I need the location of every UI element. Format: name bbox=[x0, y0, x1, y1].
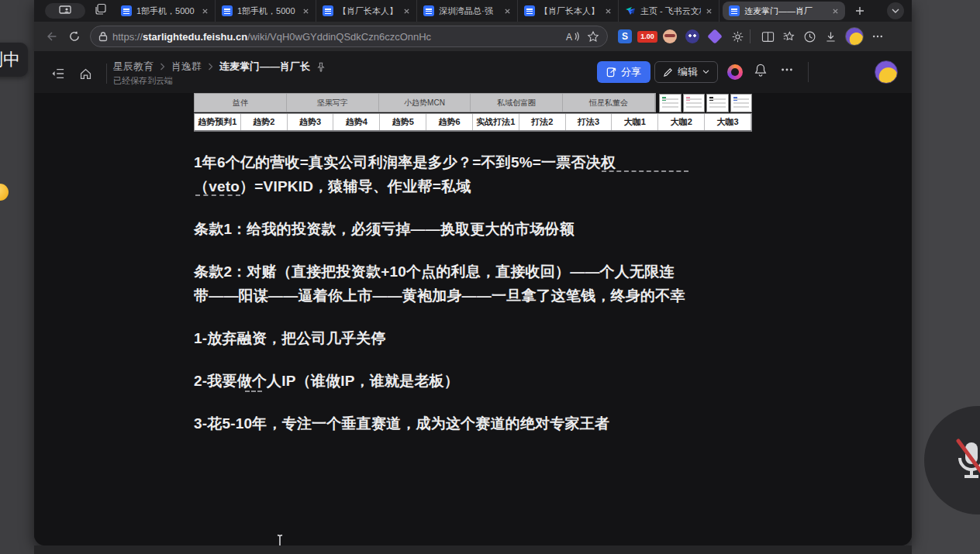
embed-tab-cell: 大咖2 bbox=[658, 114, 705, 130]
extensions-menu-button[interactable] bbox=[730, 29, 745, 44]
tab-title: 【肖厂长本人】 bbox=[540, 5, 600, 17]
tab-close-icon[interactable] bbox=[605, 8, 612, 15]
feishu-doc-icon bbox=[423, 5, 434, 16]
screen-share-icon bbox=[59, 4, 71, 18]
lock-icon bbox=[98, 31, 108, 42]
feishu-doc-icon bbox=[222, 5, 233, 16]
embed-header-cell: 恒星私董会 bbox=[563, 94, 655, 112]
s-extension-button[interactable]: S bbox=[617, 29, 633, 44]
header-divider bbox=[808, 62, 809, 82]
tab-close-icon[interactable] bbox=[403, 8, 410, 15]
workspaces-button[interactable] bbox=[95, 3, 107, 19]
embed-image-header-row: 益伴 坚果写字 小趋势MCN 私域创富圈 恒星私董会 bbox=[194, 93, 656, 112]
recording-label: 录制中 bbox=[0, 48, 20, 71]
paragraph-line: 条款1：给我的投资款，必须亏掉——换取更大的市场份额 bbox=[194, 217, 771, 241]
activity-ring-icon[interactable] bbox=[727, 64, 743, 80]
address-bar[interactable]: https://starlightedu.feishu.cn/wiki/VqH0… bbox=[90, 26, 608, 47]
notifications-button[interactable] bbox=[754, 63, 768, 81]
paragraph-line: （veto）=VIPKID，猿辅导、作业帮=私域 bbox=[194, 174, 771, 198]
chevron-right-icon bbox=[160, 63, 165, 71]
url-host: starlightedu.feishu.cn bbox=[143, 31, 247, 43]
read-aloud-button[interactable]: A bbox=[565, 30, 579, 43]
glasses-avatar-icon bbox=[663, 29, 677, 43]
document-text: 1年6个亿的营收=真实公司利润率是多少？=不到5%=一票否决权 （veto）=V… bbox=[194, 150, 771, 454]
browser-tab-strip: 1部手机，5000 1部手机，5000 【肖厂长本人】 深圳湾晶总·强 bbox=[34, 0, 912, 22]
paragraph-line: 1-放弃融资，把公司几乎关停 bbox=[194, 326, 771, 350]
document-canvas[interactable]: 益伴 坚果写字 小趋势MCN 私域创富圈 恒星私董会 趋势预判1 趋势2 趋势3 bbox=[34, 93, 912, 545]
feishu-doc-icon bbox=[729, 5, 740, 16]
favorite-star-button[interactable] bbox=[587, 30, 599, 43]
tab-doc-4[interactable]: 深圳湾晶总·强 bbox=[417, 0, 518, 22]
spellcheck-underline bbox=[245, 391, 262, 392]
paragraph: 1年6个亿的营收=真实公司利润率是多少？=不到5%=一票否决权 （veto）=V… bbox=[194, 150, 771, 198]
split-screen-button[interactable] bbox=[761, 31, 775, 43]
browser-profile-avatar[interactable] bbox=[845, 27, 864, 46]
paragraph-line: 条款2：对赌（直接把投资款+10个点的利息，直接收回）——个人无限连 bbox=[194, 260, 771, 284]
spellcheck-underline bbox=[602, 170, 688, 172]
url-path: /wiki/VqH0wGYddinQSdkCzn6czcOnnHc bbox=[247, 31, 431, 43]
tab-doc-5[interactable]: 【肖厂长本人】 bbox=[518, 0, 619, 22]
back-button[interactable] bbox=[45, 29, 59, 43]
browser-toolbar: https://starlightedu.feishu.cn/wiki/VqH0… bbox=[34, 22, 912, 51]
s-extension-icon: S bbox=[618, 29, 632, 43]
tab-title: 1部手机，5000 bbox=[237, 5, 298, 17]
feishu-header: 星辰教育 肖逸群 连麦掌门——肖厂长 已经保存到云端 分享 bbox=[34, 51, 912, 93]
tab-doc-1[interactable]: 1部手机，5000 bbox=[115, 0, 216, 22]
embed-tab-cell: 趋势2 bbox=[241, 114, 288, 130]
dark-face-extension-button[interactable] bbox=[685, 29, 700, 44]
more-options-button[interactable] bbox=[780, 63, 794, 80]
embed-thumbnails bbox=[659, 94, 752, 112]
embed-header-cell: 益伴 bbox=[195, 94, 287, 112]
tab-close-icon[interactable] bbox=[706, 8, 713, 15]
embed-tab-cell: 趋势5 bbox=[380, 114, 426, 130]
sidebar-toggle-button[interactable] bbox=[51, 67, 65, 80]
embed-header-cell: 坚果写字 bbox=[287, 94, 379, 112]
embed-tab-cell: 趋势预判1 bbox=[195, 114, 241, 130]
url-text: https://starlightedu.feishu.cn/wiki/VqH0… bbox=[112, 31, 557, 43]
tab-feishu-home[interactable]: 主页 - 飞书云文档 bbox=[619, 0, 719, 22]
text-cursor bbox=[276, 534, 284, 545]
edit-button[interactable]: 编辑 bbox=[654, 61, 718, 83]
embed-tab-cell: 趋势6 bbox=[426, 114, 473, 130]
thumbnail bbox=[730, 94, 753, 112]
tab-title: 连麦掌门——肖厂 bbox=[744, 5, 827, 17]
tab-search-dropdown-button[interactable] bbox=[887, 2, 904, 19]
recording-indicator[interactable]: 录制中 bbox=[0, 43, 28, 77]
tab-close-icon[interactable] bbox=[504, 8, 511, 15]
dark-face-icon bbox=[685, 29, 699, 43]
extensions-row: S 1.00 bbox=[617, 29, 745, 44]
tab-doc-3[interactable]: 【肖厂长本人】 bbox=[316, 0, 417, 22]
embed-tab-cell: 大咖3 bbox=[705, 114, 751, 130]
breadcrumb-item-folder[interactable]: 肖逸群 bbox=[171, 60, 202, 74]
collections-button[interactable] bbox=[782, 30, 795, 43]
gem-extension-button[interactable] bbox=[707, 29, 723, 44]
refresh-button[interactable] bbox=[68, 30, 81, 43]
tab-active-document[interactable]: 连麦掌门——肖厂 bbox=[723, 2, 845, 20]
history-button[interactable] bbox=[803, 30, 816, 43]
downloads-button[interactable] bbox=[824, 30, 837, 43]
embed-image-tab-row: 趋势预判1 趋势2 趋势3 趋势4 趋势5 趋势6 实战打法1 打法2 打法3 … bbox=[194, 113, 752, 132]
breadcrumb-item-space[interactable]: 星辰教育 bbox=[113, 60, 154, 74]
tab-list: 1部手机，5000 1部手机，5000 【肖厂长本人】 深圳湾晶总·强 bbox=[115, 0, 848, 22]
tab-close-icon[interactable] bbox=[832, 8, 839, 15]
thumbnail bbox=[683, 94, 706, 112]
tab-close-icon[interactable] bbox=[302, 8, 309, 15]
home-button[interactable] bbox=[79, 67, 92, 81]
price-badge: 1.00 bbox=[637, 31, 657, 43]
pencil-icon bbox=[663, 67, 673, 77]
toolbar-divider bbox=[750, 29, 751, 43]
browser-settings-menu-button[interactable] bbox=[871, 30, 884, 43]
glasses-avatar-extension-button[interactable] bbox=[662, 29, 678, 44]
price-badge-extension-button[interactable]: 1.00 bbox=[640, 29, 655, 44]
tab-doc-2[interactable]: 1部手机，5000 bbox=[216, 0, 316, 22]
chevron-down-icon bbox=[702, 70, 709, 74]
screen-share-indicator[interactable] bbox=[45, 3, 85, 19]
new-tab-button[interactable] bbox=[854, 5, 865, 16]
tab-close-icon[interactable] bbox=[202, 8, 209, 15]
feishu-doc-icon bbox=[121, 5, 132, 16]
embed-tab-cell: 打法3 bbox=[566, 114, 612, 130]
pin-icon[interactable] bbox=[316, 62, 326, 72]
share-button[interactable]: 分享 bbox=[597, 61, 650, 83]
tab-title: 深圳湾晶总·强 bbox=[439, 5, 499, 17]
user-avatar[interactable] bbox=[875, 60, 898, 84]
